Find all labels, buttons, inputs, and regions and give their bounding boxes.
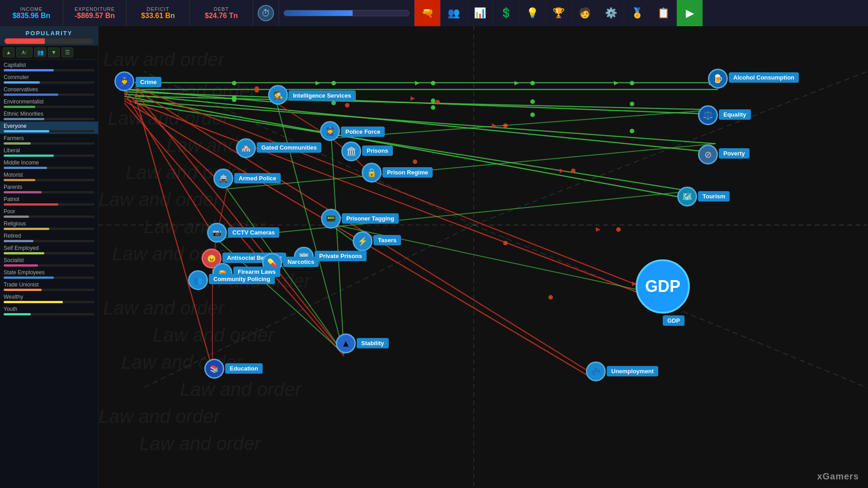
stability-icon[interactable]: ▲ xyxy=(336,333,356,353)
svg-point-41 xyxy=(571,169,576,173)
narcotics-label[interactable]: Narcotics xyxy=(283,257,319,267)
voter-item-youth[interactable]: Youth xyxy=(0,305,98,317)
crime-label[interactable]: Crime xyxy=(136,77,161,87)
police-force-icon[interactable]: 👮 xyxy=(320,121,340,141)
voter-item-retired[interactable]: Retired xyxy=(0,231,98,244)
voter-bar-track-16 xyxy=(4,264,94,267)
gated-communities-label[interactable]: Gated Communities xyxy=(257,142,321,153)
prisons-label[interactable]: Prisons xyxy=(362,145,393,156)
nav-btn-policy[interactable]: 🔫 xyxy=(415,0,441,26)
voter-item-commuter[interactable]: Commuter xyxy=(0,73,98,85)
nav-btn-ideas[interactable]: 💡 xyxy=(519,0,546,26)
stability-label[interactable]: Stability xyxy=(357,338,389,348)
nav-btn-settings[interactable]: ⚙️ xyxy=(598,0,624,26)
progress-bar-container xyxy=(279,0,415,26)
prisons-icon[interactable]: 🏛️ xyxy=(341,141,361,161)
sidebar-extra-btn[interactable]: ☰ xyxy=(61,47,73,57)
voter-item-state-employees[interactable]: State Employees xyxy=(0,268,98,280)
expenditure-block: EXPENDITURE -$869.57 Bn xyxy=(63,0,127,26)
equality-label[interactable]: Equality xyxy=(719,109,751,120)
voter-item-motorist[interactable]: Motorist xyxy=(0,170,98,183)
poverty-icon[interactable]: ⊘ xyxy=(698,145,718,164)
education-icon[interactable]: 📚 xyxy=(204,359,224,379)
gdp-label[interactable]: GDP xyxy=(663,315,684,326)
tourism-label[interactable]: Tourism xyxy=(698,191,730,202)
voter-item-ethnic-minorities[interactable]: Ethnic Minorities xyxy=(0,109,98,122)
education-label[interactable]: Education xyxy=(225,363,263,374)
sort-group-btn[interactable]: 👥 xyxy=(34,47,46,57)
voter-item-patriot[interactable]: Patriot xyxy=(0,195,98,207)
voter-bar-fill-5 xyxy=(4,130,49,132)
voter-item-capitalist[interactable]: Capitalist xyxy=(0,61,98,73)
voter-item-conservatives[interactable]: Conservatives xyxy=(0,85,98,97)
popularity-fill xyxy=(5,38,45,44)
unemployment-label[interactable]: Unemployment xyxy=(607,366,658,376)
voter-bar-fill-9 xyxy=(4,179,35,181)
voter-item-middle-income[interactable]: Middle Income xyxy=(0,158,98,170)
nav-btn-voters[interactable]: 👥 xyxy=(441,0,467,26)
private-prisons-label[interactable]: Private Prisons xyxy=(315,251,367,261)
voter-item-religious[interactable]: Religious xyxy=(0,219,98,231)
voter-item-everyone[interactable]: Everyone xyxy=(0,122,98,134)
armed-police-icon[interactable]: 🚔 xyxy=(213,169,233,188)
voter-bar-track-8 xyxy=(4,167,94,169)
sidebar-controls: ▲ A↑ 👥 ▼ ☰ xyxy=(0,46,98,60)
voter-item-poor[interactable]: Poor xyxy=(0,207,98,219)
svg-line-20 xyxy=(331,138,344,354)
cctv-cameras-label[interactable]: CCTV Cameras xyxy=(228,227,279,238)
voter-item-self-employed[interactable]: Self Employed xyxy=(0,244,98,256)
prison-regime-label[interactable]: Prison Regime xyxy=(382,167,433,178)
main-area: Law and order Law and order Law and orde… xyxy=(99,26,868,488)
nav-btn-stats[interactable]: 📊 xyxy=(467,0,493,26)
armed-police-label[interactable]: Armed Police xyxy=(234,173,281,183)
prison-regime-icon[interactable]: 🔒 xyxy=(362,163,382,183)
prisoner-tagging-icon[interactable]: 📟 xyxy=(321,209,341,229)
timer-icon[interactable]: ⏱ xyxy=(258,5,274,21)
sort-alpha-btn[interactable]: A↑ xyxy=(16,47,33,57)
voter-item-wealthy[interactable]: Wealthy xyxy=(0,292,98,305)
crime-icon[interactable]: 👮 xyxy=(114,71,134,91)
nav-btn-people[interactable]: 🧑 xyxy=(572,0,598,26)
expenditure-value: -$869.57 Bn xyxy=(75,12,115,20)
voter-item-farmers[interactable]: Farmers xyxy=(0,134,98,146)
svg-point-34 xyxy=(431,105,435,110)
equality-icon[interactable]: ⚖️ xyxy=(698,105,718,125)
voter-label-2: Conservatives xyxy=(4,86,94,93)
voter-label-19: Wealthy xyxy=(4,294,94,300)
svg-point-46 xyxy=(503,241,508,245)
debt-value: $24.76 Tn xyxy=(205,12,238,20)
poverty-label[interactable]: Poverty xyxy=(719,148,750,159)
voter-item-trade-unionist[interactable]: Trade Unionist xyxy=(0,280,98,292)
community-policing-icon[interactable]: 👥 xyxy=(188,270,208,290)
tourism-icon[interactable]: 🗺️ xyxy=(677,187,697,206)
sort-desc-btn[interactable]: ▼ xyxy=(48,47,60,57)
gdp-big-icon[interactable]: GDP xyxy=(636,259,690,314)
alcohol-consumption-icon[interactable]: 🍺 xyxy=(708,69,728,89)
tasers-label[interactable]: Tasers xyxy=(373,235,401,245)
voter-item-parents[interactable]: Parents xyxy=(0,183,98,195)
voter-label-17: State Employees xyxy=(4,269,94,276)
nav-btn-achievements[interactable]: 🏅 xyxy=(624,0,651,26)
voter-item-socialist[interactable]: Socialist xyxy=(0,256,98,268)
cctv-cameras-icon[interactable]: 📷 xyxy=(207,223,227,243)
nav-btn-budget[interactable]: 💲 xyxy=(493,0,519,26)
nav-btn-play[interactable]: ▶ xyxy=(677,0,703,26)
voter-bar-fill-2 xyxy=(4,94,58,96)
nav-btn-log[interactable]: 📋 xyxy=(651,0,677,26)
intelligence-label[interactable]: Intelligence Services xyxy=(288,90,356,101)
voter-item-liberal[interactable]: Liberal xyxy=(0,146,98,158)
community-policing-label[interactable]: Community Policing xyxy=(209,274,275,284)
nav-btn-goals[interactable]: 🏆 xyxy=(546,0,572,26)
police-force-label[interactable]: Police Force xyxy=(341,127,385,137)
intelligence-icon[interactable]: 🕵️ xyxy=(268,85,288,105)
alcohol-consumption-label[interactable]: Alcohol Consumption xyxy=(729,72,799,83)
tasers-icon[interactable]: ⚡ xyxy=(353,231,373,251)
voter-label-13: Religious xyxy=(4,221,94,227)
gated-communities-icon[interactable]: 🏘️ xyxy=(236,138,256,158)
prisoner-tagging-label[interactable]: Prisoner Tagging xyxy=(342,213,399,224)
sort-asc-btn[interactable]: ▲ xyxy=(3,47,14,57)
voter-label-7: Liberal xyxy=(4,147,94,154)
voter-item-environmentalist[interactable]: Environmentalist xyxy=(0,97,98,109)
unemployment-icon[interactable]: 💤 xyxy=(586,361,606,381)
timer-block[interactable]: ⏱ xyxy=(253,0,279,26)
